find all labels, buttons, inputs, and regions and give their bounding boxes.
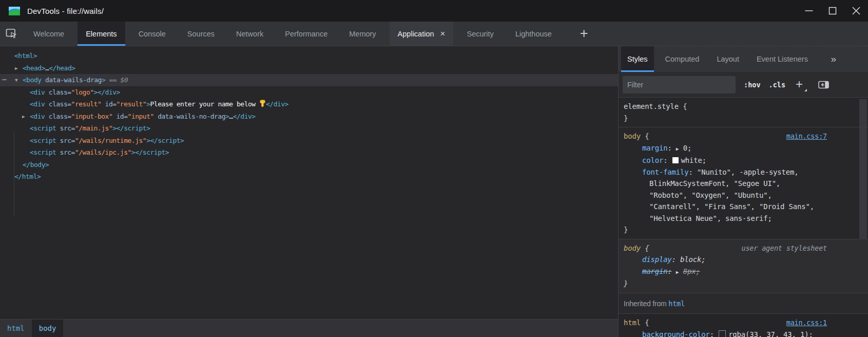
tab-console[interactable]: Console — [130, 22, 174, 46]
dom-tree-row[interactable]: ⋯▼<body data-wails-drag> == $0 — [0, 74, 618, 86]
styles-toolbar: :hov .cls + — [619, 72, 868, 98]
tab-label: Security — [467, 30, 493, 38]
header-text: Inherited from — [624, 299, 668, 308]
element-style-rule: element.style {} — [619, 98, 868, 127]
css-row[interactable]: "Cantarell", "Fira Sans", "Droid Sans", — [624, 201, 863, 213]
styles-pane: element.style {}body {main.css:7margin: … — [619, 98, 868, 337]
sidebar-tab-event-listeners[interactable]: Event Listeners — [750, 46, 814, 72]
tab-elements[interactable]: Elements — [78, 22, 125, 46]
css-row[interactable]: display: block; — [624, 254, 863, 266]
tab-sources[interactable]: Sources — [179, 22, 223, 46]
dom-tree-row[interactable]: <script src="/main.js"></script> — [0, 122, 618, 135]
dom-tree-row[interactable]: <div class="logo"></div> — [0, 86, 618, 99]
breadcrumb-html[interactable]: html — [0, 320, 32, 337]
css-row[interactable]: margin: ▶ 8px; — [624, 266, 863, 278]
node-menu-icon[interactable]: ⋯ — [2, 74, 7, 86]
toggle-pseudo-state-button[interactable]: :hov — [744, 81, 761, 89]
css-row[interactable]: color: white; — [624, 155, 863, 166]
css-row[interactable]: } — [624, 113, 863, 124]
dom-tree-row[interactable]: ▶<div class="input-box" id="input" data-… — [0, 110, 618, 123]
tab-label: Performance — [285, 30, 327, 38]
tab-label: Console — [139, 30, 166, 38]
collapse-arrow-icon[interactable]: ▼ — [15, 74, 18, 86]
sidebar-tab-computed[interactable]: Computed — [659, 46, 706, 72]
tab-welcome[interactable]: Welcome — [25, 22, 72, 46]
css-row[interactable]: body {main.css:7 — [624, 130, 863, 142]
user-agent-note: user agent stylesheet — [742, 242, 827, 254]
overflow-tabs-icon[interactable]: » — [831, 46, 836, 72]
inspect-element-icon[interactable] — [0, 22, 23, 46]
css-row[interactable]: background-color: rgba(33, 37, 43, 1); — [624, 329, 863, 337]
css-row[interactable]: margin: ▶ 0; — [624, 142, 863, 155]
css-row[interactable]: "Helvetica Neue", sans-serif; — [624, 213, 863, 224]
inherited-from-header: Inherited from html — [619, 293, 868, 314]
dom-tree-row[interactable]: ▶<head>…</head> — [0, 62, 618, 74]
toggle-element-classes-button[interactable]: .cls — [769, 81, 786, 89]
window-title: DevTools - file://wails/ — [27, 7, 104, 15]
tab-memory[interactable]: Memory — [341, 22, 384, 46]
minimize-icon[interactable] — [797, 0, 821, 22]
tab-label: Memory — [349, 30, 376, 38]
tab-lighthouse[interactable]: Lighthouse — [507, 22, 560, 46]
close-icon[interactable] — [844, 0, 868, 22]
elements-panel: <html>▶<head>…</head>⋯▼<body data-wails-… — [0, 46, 618, 337]
dom-tree-row[interactable]: <div class="result" id="result">Please e… — [0, 98, 618, 110]
devtools-toolbar: WelcomeElementsConsoleSourcesNetworkPerf… — [0, 22, 868, 46]
new-style-rule-button[interactable]: + — [794, 78, 806, 91]
dom-tree-row[interactable]: </html> — [0, 171, 618, 183]
css-row[interactable]: html {main.css:1 — [624, 317, 863, 329]
css-row[interactable]: BlinkMacSystemFont, "Segoe UI", — [624, 178, 863, 190]
expand-arrow-icon[interactable]: ▶ — [15, 62, 18, 74]
css-row[interactable]: body {user agent stylesheet — [624, 242, 863, 254]
panel-tab-strip: WelcomeElementsConsoleSourcesNetworkPerf… — [23, 22, 563, 46]
stylesheet-link[interactable]: main.css:7 — [786, 130, 827, 142]
expand-arrow-icon[interactable]: ▶ — [22, 110, 25, 123]
tab-label: Application — [398, 30, 434, 38]
dom-tree-row[interactable]: <script src="/wails/runtime.js"></script… — [0, 135, 618, 147]
tab-security[interactable]: Security — [458, 22, 501, 46]
dom-tree-row[interactable]: </body> — [0, 159, 618, 171]
color-swatch[interactable] — [672, 157, 679, 163]
body-user-agent-rule: body {user agent stylesheetdisplay: bloc… — [619, 239, 868, 293]
sidebar-toggle-icon[interactable] — [818, 81, 829, 89]
sidebar-tab-layout[interactable]: Layout — [710, 46, 745, 72]
breadcrumb-body[interactable]: body — [32, 320, 64, 337]
inherited-link[interactable]: html — [668, 299, 685, 308]
tab-performance[interactable]: Performance — [277, 22, 336, 46]
tab-label: Elements — [86, 30, 117, 38]
tab-close-icon[interactable]: × — [440, 29, 446, 38]
devtools-window: DevTools - file://wails/ WelcomeElements… — [0, 0, 868, 337]
sidebar-tab-styles[interactable]: Styles — [621, 46, 654, 72]
tab-label: Network — [236, 30, 263, 38]
tab-application[interactable]: Application× — [390, 22, 454, 46]
tab-network[interactable]: Network — [228, 22, 272, 46]
styles-sidebar: StylesComputedLayoutEvent Listeners» :ho… — [619, 46, 868, 337]
title-bar[interactable]: DevTools - file://wails/ — [0, 0, 868, 22]
pointing-down-emoji — [259, 100, 266, 108]
stylesheet-link[interactable]: main.css:1 — [786, 317, 827, 329]
styles-filter-input[interactable] — [623, 76, 736, 93]
sidebar-tab-strip: StylesComputedLayoutEvent Listeners» — [619, 46, 868, 72]
body-main-css-rule: body {main.css:7margin: ▶ 0;color: white… — [619, 127, 868, 239]
css-row[interactable]: } — [624, 224, 863, 236]
add-tab-button[interactable]: + — [576, 22, 592, 46]
tab-label: Sources — [187, 30, 215, 38]
tab-label: Welcome — [33, 30, 64, 38]
color-swatch[interactable] — [719, 330, 726, 337]
dom-tree-row[interactable]: <script src="/wails/ipc.js"></script> — [0, 146, 618, 159]
css-row[interactable]: } — [624, 278, 863, 290]
maximize-icon[interactable] — [821, 0, 844, 22]
css-row[interactable]: element.style { — [624, 101, 863, 113]
css-row[interactable]: "Roboto", "Oxygen", "Ubuntu", — [624, 190, 863, 201]
tab-label: Lighthouse — [515, 30, 552, 38]
html-main-css-rule: html {main.css:1background-color: rgba(3… — [619, 314, 868, 337]
css-row[interactable]: font-family: "Nunito", -apple-system, — [624, 166, 863, 178]
breadcrumb: htmlbody — [0, 319, 618, 337]
devtools-logo-icon — [9, 7, 20, 15]
main-area: <html>▶<head>…</head>⋯▼<body data-wails-… — [0, 46, 868, 337]
dom-tree-row[interactable]: <html> — [0, 50, 618, 62]
dom-tree: <html>▶<head>…</head>⋯▼<body data-wails-… — [0, 46, 618, 320]
